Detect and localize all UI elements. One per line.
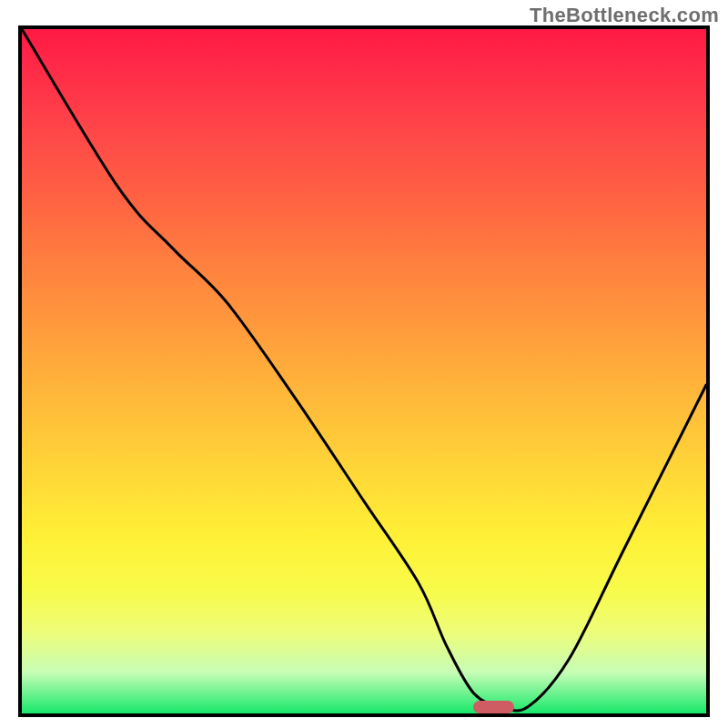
optimal-marker [473,701,514,713]
chart-container: TheBottleneck.com [0,0,728,728]
chart-frame [18,25,710,717]
watermark-text: TheBottleneck.com [530,4,719,27]
gradient-background [22,29,706,713]
